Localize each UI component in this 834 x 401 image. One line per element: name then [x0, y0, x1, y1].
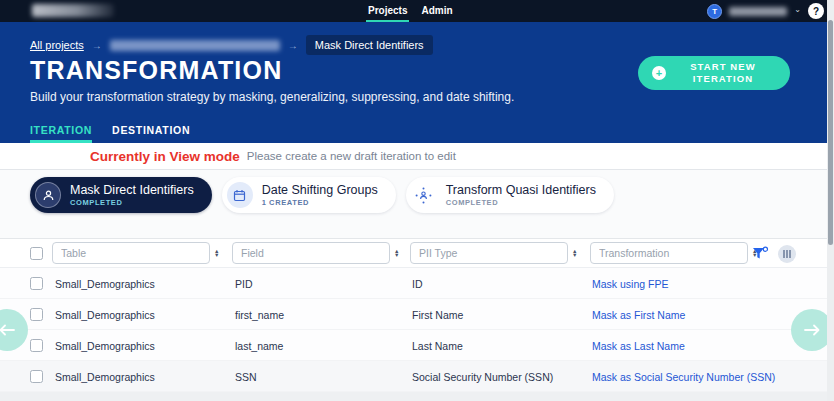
- step-status: 1 CREATED: [262, 198, 378, 207]
- transformation-filter-input[interactable]: [590, 242, 748, 264]
- person-icon: [35, 182, 61, 208]
- plus-icon: +: [652, 66, 666, 80]
- tab-destination[interactable]: DESTINATION: [112, 124, 190, 143]
- cell-transformation-link[interactable]: Mask as Last Name: [592, 340, 685, 352]
- sort-icon[interactable]: [572, 249, 577, 258]
- cell-field: last_name: [235, 340, 283, 352]
- cell-pii-type: Last Name: [412, 340, 463, 352]
- step-label: Date Shifting Groups: [262, 183, 378, 197]
- sort-icon[interactable]: [394, 249, 399, 258]
- filter-cell-pii-type: [410, 242, 577, 264]
- cell-field: first_name: [235, 309, 284, 321]
- cell-field: SSN: [235, 371, 257, 383]
- cell-transformation-link[interactable]: Mask as Social Security Number (SSN): [592, 371, 775, 383]
- header-tabs: ITERATION DESTINATION: [30, 124, 190, 143]
- cell-transformation-link[interactable]: Mask as First Name: [592, 309, 685, 321]
- table-header-row: [0, 239, 834, 268]
- view-mode-label: Currently in View mode: [90, 149, 240, 164]
- view-mode-message: Please create a new draft iteration to e…: [247, 150, 456, 162]
- field-filter-input[interactable]: [232, 242, 390, 264]
- arrow-right-icon: [804, 324, 820, 336]
- table-footer-strip: [0, 392, 834, 401]
- cell-pii-type: Social Security Number (SSN): [412, 371, 553, 383]
- row-checkbox[interactable]: [30, 308, 43, 321]
- filter-cell-transformation: [590, 242, 757, 264]
- breadcrumb-current: Mask Direct Identifiers: [306, 35, 433, 55]
- columns-icon[interactable]: [778, 245, 796, 263]
- pii-type-filter-input[interactable]: [410, 242, 568, 264]
- view-mode-banner: Currently in View mode Please create a n…: [0, 143, 834, 170]
- row-checkbox[interactable]: [30, 339, 43, 352]
- table-row[interactable]: Small_Demographics last_name Last Name M…: [0, 330, 834, 361]
- arrow-left-icon: [0, 324, 15, 336]
- chevron-down-icon[interactable]: ⌄: [794, 5, 801, 14]
- breadcrumb-separator: →: [288, 40, 298, 51]
- user-area: T ⌄ ?: [707, 0, 824, 22]
- breadcrumb: All projects → → Mask Direct Identifiers: [30, 35, 433, 55]
- table-row[interactable]: Small_Demographics PID ID Mask using FPE: [0, 268, 834, 299]
- page-header: All projects → → Mask Direct Identifiers…: [0, 22, 834, 143]
- cell-field: PID: [235, 278, 253, 290]
- table-toolbar: [752, 245, 796, 263]
- row-checkbox[interactable]: [30, 370, 43, 383]
- step-mask-direct-identifiers[interactable]: Mask Direct Identifiers COMPLETED: [30, 177, 212, 213]
- table-filter-input[interactable]: [52, 242, 210, 264]
- step-status: COMPLETED: [446, 198, 596, 207]
- table-body: Small_Demographics PID ID Mask using FPE…: [0, 268, 834, 392]
- filter-icon[interactable]: [752, 246, 769, 262]
- primary-nav: Projects Admin: [368, 0, 453, 22]
- workflow-steps: Mask Direct Identifiers COMPLETED Date S…: [30, 177, 614, 213]
- cell-pii-type: ID: [412, 278, 423, 290]
- nav-item-projects[interactable]: Projects: [368, 0, 407, 22]
- username-redacted: [729, 7, 787, 16]
- tab-iteration[interactable]: ITERATION: [30, 124, 92, 143]
- cell-table: Small_Demographics: [55, 309, 155, 321]
- help-icon[interactable]: ?: [808, 3, 824, 19]
- cell-table: Small_Demographics: [55, 340, 155, 352]
- avatar[interactable]: T: [707, 4, 722, 19]
- step-status: COMPLETED: [70, 198, 194, 207]
- cell-transformation-link[interactable]: Mask using FPE: [592, 278, 668, 290]
- breadcrumb-project-redacted[interactable]: [110, 40, 280, 51]
- scrollbar-thumb[interactable]: [828, 20, 833, 245]
- calendar-icon: [227, 182, 253, 208]
- app-logo: [32, 4, 114, 17]
- step-label: Transform Quasi Identifiers: [446, 183, 596, 197]
- cell-table: Small_Demographics: [55, 371, 155, 383]
- app-window: Projects Admin T ⌄ ? All projects → → Ma…: [0, 0, 834, 401]
- row-checkbox[interactable]: [30, 277, 43, 290]
- page-title: TRANSFORMATION: [30, 56, 282, 85]
- step-date-shifting-groups[interactable]: Date Shifting Groups 1 CREATED: [222, 177, 396, 213]
- page-subtitle: Build your transformation strategy by ma…: [30, 90, 514, 104]
- step-label: Mask Direct Identifiers: [70, 183, 194, 197]
- filter-cell-table: [52, 242, 219, 264]
- select-all-checkbox[interactable]: [30, 247, 43, 260]
- nav-item-admin[interactable]: Admin: [421, 0, 452, 22]
- start-new-iteration-label: START NEW ITERATION: [666, 61, 780, 86]
- cell-pii-type: First Name: [412, 309, 463, 321]
- top-navigation-bar: Projects Admin T ⌄ ?: [0, 0, 834, 22]
- step-transform-quasi-identifiers[interactable]: Transform Quasi Identifiers COMPLETED: [406, 177, 614, 213]
- breadcrumb-all-projects[interactable]: All projects: [30, 39, 84, 51]
- filter-cell-field: [232, 242, 399, 264]
- transform-icon: [411, 182, 437, 208]
- vertical-scrollbar[interactable]: [827, 0, 834, 401]
- table-row[interactable]: Small_Demographics SSN Social Security N…: [0, 361, 834, 392]
- table-row[interactable]: Small_Demographics first_name First Name…: [0, 299, 834, 330]
- breadcrumb-separator: →: [92, 40, 102, 51]
- cell-table: Small_Demographics: [55, 278, 155, 290]
- fields-table: Small_Demographics PID ID Mask using FPE…: [0, 238, 834, 401]
- start-new-iteration-button[interactable]: + START NEW ITERATION: [638, 56, 790, 90]
- sort-icon[interactable]: [214, 249, 219, 258]
